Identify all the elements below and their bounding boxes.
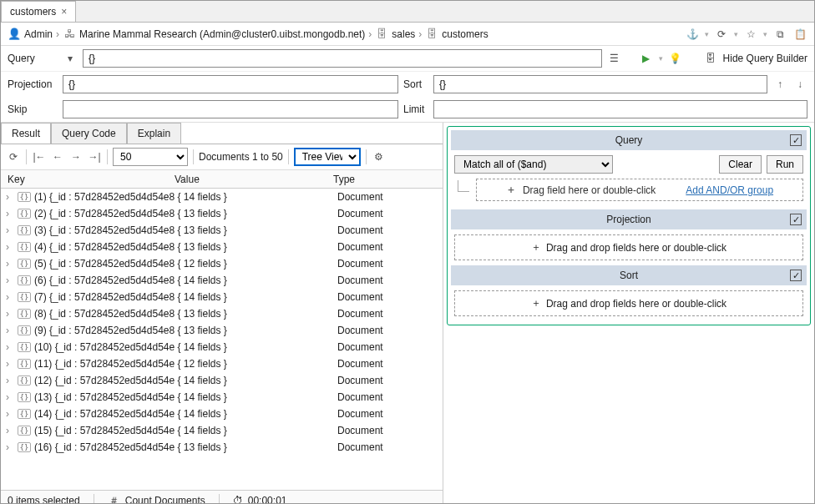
chevron-down-icon[interactable]: ▾ [63,51,78,66]
qb-drop-projection[interactable]: ＋ Drag and drop fields here or double-cl… [454,234,803,260]
table-row[interactable]: ›{}(5) {_id : 57d28452ed5d4d54e8 { 12 fi… [1,255,443,272]
projection-input[interactable] [63,75,398,93]
qb-projection-header[interactable]: Projection ✓ [451,209,807,229]
query-label: Query [8,53,58,64]
document-icon: {} [18,342,31,352]
builder-icon[interactable]: 🗄 [703,51,718,66]
chevron-right-icon[interactable]: › [6,375,14,386]
qb-drop-sort[interactable]: ＋ Drag and drop fields here or double-cl… [454,290,803,316]
row-key: (15) {_id : 57d28452ed5d4d54e { 14 field… [34,425,334,436]
table-row[interactable]: ›{}(6) {_id : 57d28452ed5d4d54e8 { 14 fi… [1,272,443,289]
breadcrumb-user[interactable]: Admin [24,28,53,40]
table-row[interactable]: ›{}(1) {_id : 57d28452ed5d4d54e8 { 14 fi… [1,189,443,205]
chevron-right-icon[interactable]: › [6,275,14,286]
table-row[interactable]: ›{}(7) {_id : 57d28452ed5d4d54e8 { 14 fi… [1,289,443,305]
page-size-select[interactable]: 50 [113,148,188,166]
qb-clear-button[interactable]: Clear [719,155,762,174]
limit-input[interactable] [433,100,807,118]
row-type: Document [337,391,438,403]
table-row[interactable]: ›{}(11) {_id : 57d28452ed5d4d54e { 12 fi… [1,355,443,372]
tab-query-code[interactable]: Query Code [51,123,127,144]
qb-projection-checkbox[interactable]: ✓ [790,214,802,225]
chevron-right-icon[interactable]: › [6,258,14,270]
qb-query-header[interactable]: Query ✓ [451,130,807,150]
last-page-icon[interactable]: →| [87,149,102,164]
query-row: Query ▾ ☰ ▶ ▾ 💡 🗄 Hide Query Builder [1,46,814,72]
refresh-icon[interactable]: ⟳ [6,149,21,164]
skip-limit-row: Skip Limit [1,97,814,123]
table-row[interactable]: ›{}(4) {_id : 57d28452ed5d4d54e8 { 13 fi… [1,239,443,255]
qb-sort-header[interactable]: Sort ✓ [451,265,807,285]
table-row[interactable]: ›{}(16) {_id : 57d28452ed5d4d54e { 13 fi… [1,439,443,456]
chevron-right-icon[interactable]: › [6,408,14,420]
chevron-right-icon[interactable]: › [6,325,14,336]
star-icon[interactable]: ☆ [743,27,758,42]
column-key[interactable]: Key [1,174,168,185]
table-row[interactable]: ›{}(13) {_id : 57d28452ed5d4d54e { 14 fi… [1,389,443,406]
chevron-right-icon[interactable]: › [6,241,14,253]
view-mode-select[interactable]: Tree View [294,148,361,166]
close-icon[interactable]: × [61,6,67,18]
tab-result[interactable]: Result [1,123,51,144]
row-key: (12) {_id : 57d28452ed5d4d54e { 14 field… [34,375,334,386]
table-row[interactable]: ›{}(15) {_id : 57d28452ed5d4d54e { 14 fi… [1,422,443,439]
chevron-right-icon[interactable]: › [6,291,14,303]
next-page-icon[interactable]: → [68,149,84,164]
qb-drop-field[interactable]: ＋ Drag field here or double-click Add AN… [476,179,803,201]
hide-query-builder-button[interactable]: Hide Query Builder [723,53,807,64]
chevron-right-icon[interactable]: › [6,441,14,453]
table-row[interactable]: ›{}(10) {_id : 57d28452ed5d4d54e { 14 fi… [1,339,443,355]
qb-query-checkbox[interactable]: ✓ [790,134,802,146]
column-type[interactable]: Type [327,174,443,185]
field-picker-icon[interactable]: ☰ [607,51,622,66]
copy-icon[interactable]: ⧉ [772,27,787,42]
table-row[interactable]: ›{}(3) {_id : 57d28452ed5d4d54e8 { 13 fi… [1,222,443,239]
breadcrumb-collection[interactable]: customers [442,28,488,40]
gear-icon[interactable]: ⚙ [372,149,387,164]
chevron-right-icon[interactable]: › [6,191,14,203]
limit-label: Limit [403,103,428,115]
query-input[interactable] [83,49,602,68]
table-row[interactable]: ›{}(2) {_id : 57d28452ed5d4d54e8 { 13 fi… [1,205,443,222]
document-icon: {} [18,442,31,452]
chevron-right-icon[interactable]: › [6,224,14,236]
sort-input[interactable] [433,75,767,93]
prev-page-icon[interactable]: ← [50,149,65,164]
document-tab-customers[interactable]: customers × [1,1,76,22]
row-key: (6) {_id : 57d28452ed5d4d54e8 { 14 field… [34,275,334,286]
row-key: (16) {_id : 57d28452ed5d4d54e { 13 field… [34,441,334,453]
play-icon[interactable]: ▶ [639,51,654,66]
sort-desc-icon[interactable]: ↓ [792,77,807,92]
qb-run-button[interactable]: Run [767,155,803,174]
count-documents-button[interactable]: #️ Count Documents [108,495,205,505]
column-value[interactable]: Value [168,174,327,185]
chevron-right-icon[interactable]: › [6,358,14,370]
qb-match-select[interactable]: Match all of ($and) [454,155,613,174]
table-row[interactable]: ›{}(9) {_id : 57d28452ed5d4d54e8 { 13 fi… [1,322,443,339]
chevron-right-icon[interactable]: › [6,308,14,320]
paste-icon[interactable]: 📋 [792,27,807,42]
table-row[interactable]: ›{}(12) {_id : 57d28452ed5d4d54e { 14 fi… [1,372,443,389]
refresh-icon[interactable]: ⟳ [714,27,729,42]
chevron-right-icon[interactable]: › [6,208,14,219]
chevron-right-icon[interactable]: › [6,391,14,403]
user-icon: 👤 [8,28,21,41]
first-page-icon[interactable]: |← [32,149,47,164]
table-row[interactable]: ›{}(8) {_id : 57d28452ed5d4d54e8 { 13 fi… [1,305,443,322]
chevron-right-icon[interactable]: › [6,341,14,353]
skip-input[interactable] [63,100,398,118]
add-group-link[interactable]: Add AND/OR group [686,184,773,196]
row-type: Document [337,208,438,219]
breadcrumb-db[interactable]: sales [392,28,415,40]
anchor-icon[interactable]: ⚓ [685,27,700,42]
breadcrumb-cluster[interactable]: Marine Mammal Research (Admin@cluster0.u… [79,28,365,40]
result-grid[interactable]: ›{}(1) {_id : 57d28452ed5d4d54e8 { 14 fi… [1,189,443,490]
tab-explain[interactable]: Explain [127,123,181,144]
sort-asc-icon[interactable]: ↑ [772,77,787,92]
document-icon: {} [18,275,31,285]
document-icon: {} [18,192,31,202]
table-row[interactable]: ›{}(14) {_id : 57d28452ed5d4d54e { 14 fi… [1,406,443,422]
chevron-right-icon[interactable]: › [6,425,14,436]
bulb-icon[interactable]: 💡 [668,51,683,66]
qb-sort-checkbox[interactable]: ✓ [790,270,802,281]
